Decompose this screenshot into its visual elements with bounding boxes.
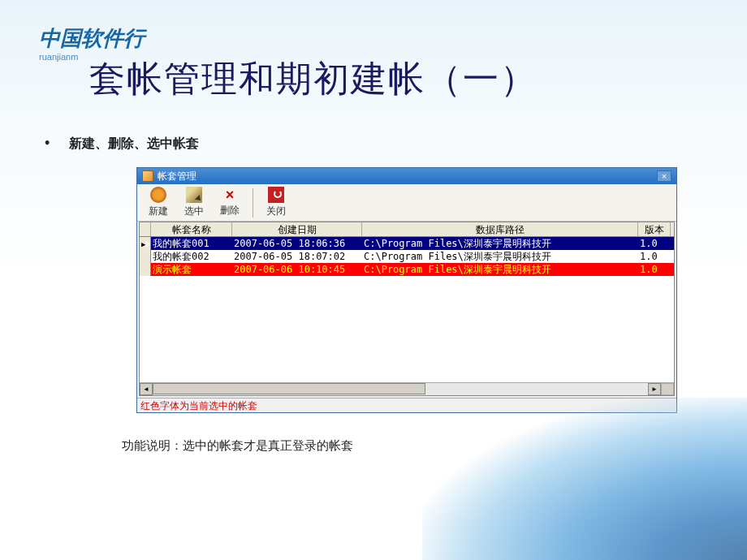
table-row[interactable]: 我的帐套002 2007-06-05 18:07:02 C:\Program F…: [140, 250, 674, 263]
select-icon: [186, 187, 202, 203]
power-icon: [268, 187, 284, 203]
row-indicator: ▶: [140, 237, 151, 250]
grid-header: 帐套名称 创建日期 数据库路径 版本: [140, 222, 674, 237]
cell-path: C:\Program Files\深圳泰宇晨明科技开: [362, 263, 638, 276]
footnote: 功能说明：选中的帐套才是真正登录的帐套: [122, 438, 353, 454]
window-title: 帐套管理: [158, 170, 196, 183]
slide-title: 套帐管理和期初建帐（一）: [89, 55, 538, 103]
cell-ver: 1.0: [638, 250, 671, 263]
cell-path: C:\Program Files\深圳泰宇晨明科技开: [362, 250, 638, 263]
select-label: 选中: [184, 205, 204, 218]
account-manager-window: 帐套管理 × 新建 选中 × 删除 关闭 帐套名称 创建日期 数据库路径 版本: [136, 167, 677, 413]
new-label: 新建: [149, 205, 168, 218]
header-indicator[interactable]: [140, 222, 151, 236]
grid-body: ▶ 我的帐套001 2007-06-05 18:06:36 C:\Program…: [140, 237, 674, 276]
bullet-dot: •: [45, 135, 50, 151]
scroll-corner: [661, 383, 674, 395]
app-icon: [142, 170, 153, 182]
cell-ver: 1.0: [638, 263, 671, 276]
scroll-thumb[interactable]: [153, 383, 425, 394]
table-row[interactable]: ▶ 我的帐套001 2007-06-05 18:06:36 C:\Program…: [140, 237, 674, 250]
titlebar-left: 帐套管理: [142, 170, 196, 183]
toolbar: 新建 选中 × 删除 关闭: [137, 184, 676, 222]
close-icon[interactable]: ×: [657, 170, 671, 182]
brand-title: 中国软件行: [39, 24, 145, 53]
scroll-right-icon[interactable]: ►: [648, 383, 661, 395]
cell-name: 我的帐套002: [151, 250, 232, 263]
cell-ver: 1.0: [638, 237, 671, 250]
header-name[interactable]: 帐套名称: [151, 222, 232, 236]
cell-path: C:\Program Files\深圳泰宇晨明科技开: [362, 237, 638, 250]
new-button[interactable]: 新建: [140, 185, 176, 220]
header-path[interactable]: 数据库路径: [362, 222, 638, 236]
row-indicator: [140, 250, 151, 263]
cell-date: 2007-06-06 10:10:45: [232, 263, 362, 276]
close-label: 关闭: [266, 205, 286, 218]
data-grid: 帐套名称 创建日期 数据库路径 版本 ▶ 我的帐套001 2007-06-05 …: [139, 222, 675, 396]
cell-date: 2007-06-05 18:07:02: [232, 250, 362, 263]
new-icon: [150, 187, 166, 203]
header-date[interactable]: 创建日期: [232, 222, 362, 236]
brand-subtitle: ruanjianm: [39, 52, 78, 62]
slide-border: [0, 0, 747, 5]
titlebar[interactable]: 帐套管理 ×: [137, 168, 676, 184]
cell-name: 演示帐套: [151, 263, 232, 276]
bullet-text: 新建、删除、选中帐套: [69, 136, 199, 150]
toolbar-separator: [253, 188, 253, 218]
bullet-line: • 新建、删除、选中帐套: [45, 135, 199, 153]
header-version[interactable]: 版本: [638, 222, 671, 236]
scroll-track[interactable]: [153, 383, 648, 395]
select-button[interactable]: 选中: [176, 185, 212, 220]
table-row[interactable]: 演示帐套 2007-06-06 10:10:45 C:\Program File…: [140, 263, 674, 276]
cell-name: 我的帐套001: [151, 237, 232, 250]
scroll-left-icon[interactable]: ◄: [140, 383, 153, 395]
delete-label: 删除: [220, 204, 240, 218]
row-indicator: [140, 263, 151, 276]
statusbar: 红色字体为当前选中的帐套: [137, 398, 676, 412]
cell-date: 2007-06-05 18:06:36: [232, 237, 362, 250]
close-button[interactable]: 关闭: [258, 185, 294, 220]
wave-decor: [422, 398, 747, 560]
delete-icon: ×: [222, 187, 238, 204]
delete-button[interactable]: × 删除: [212, 186, 248, 219]
horizontal-scrollbar[interactable]: ◄ ►: [140, 382, 674, 395]
